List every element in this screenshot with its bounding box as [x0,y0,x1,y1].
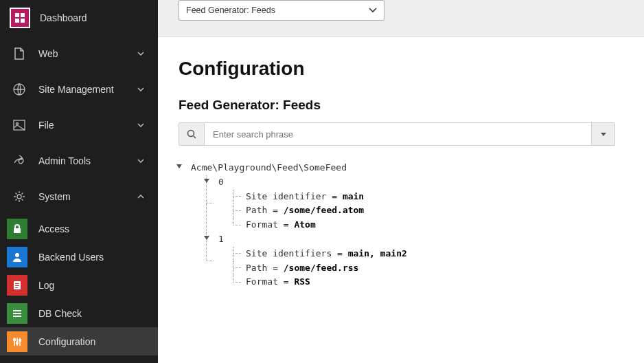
svg-rect-2 [15,19,19,23]
lock-icon [7,219,27,239]
svg-rect-15 [13,313,21,314]
sidebar-label: System [38,191,136,202]
tree-leaf: Path = /some/feed.atom [233,204,623,218]
globe-icon [12,82,26,96]
chevron-down-icon [136,87,146,91]
svg-point-7 [21,158,22,160]
sidebar-sub-label: Configuration [38,336,158,347]
svg-rect-13 [15,287,18,288]
sidebar-label: Web [38,48,136,59]
svg-rect-3 [21,19,25,23]
svg-point-8 [17,195,21,199]
page-title: Configuration [179,58,623,80]
svg-point-9 [15,253,19,257]
user-icon [7,247,27,267]
svg-point-17 [14,338,16,340]
tree-root[interactable]: Acme\Playground\Feed\SomeFeed 0 Site ide… [179,161,623,289]
rocket-icon [12,154,26,168]
svg-rect-12 [15,285,19,286]
config-tree: Acme\Playground\Feed\SomeFeed 0 Site ide… [179,161,623,289]
caret-down-icon [601,133,606,136]
sidebar-sub-access[interactable]: Access [0,214,158,243]
svg-point-20 [188,131,194,137]
search-bar [179,122,615,146]
svg-point-6 [16,123,19,125]
sidebar-sub-log[interactable]: Log [0,271,158,299]
tree-index: 1 [218,234,224,244]
gear-icon [12,190,26,204]
sidebar-label: Site Management [38,84,136,95]
sidebar-item-file[interactable]: File [0,107,158,143]
chevron-down-icon [136,159,146,163]
search-icon [187,129,196,139]
tree-leaf: Site identifier = main [233,190,623,204]
tree-root-label: Acme\Playground\Feed\SomeFeed [191,162,347,173]
sidebar-label: Admin Tools [38,155,136,166]
tree-toggle-icon[interactable] [176,164,182,168]
search-options-button[interactable] [592,122,615,146]
config-selector[interactable]: Feed Generator: Feeds [179,0,384,21]
search-input[interactable] [205,122,592,146]
file-icon [12,47,26,60]
svg-rect-0 [15,13,19,17]
tree-index: 0 [218,177,224,187]
sidebar-item-site-management[interactable]: Site Management [0,72,158,107]
svg-rect-11 [15,283,19,284]
sidebar-sub-label: Access [38,223,158,234]
page-subtitle: Feed Generator: Feeds [179,98,623,113]
svg-point-18 [16,342,19,344]
sidebar-sub-db-check[interactable]: DB Check [0,299,158,327]
sidebar-item-dashboard[interactable]: Dashboard [0,0,158,36]
sidebar-sub-label: Backend Users [38,252,158,263]
tree-toggle-icon[interactable] [204,236,209,240]
chevron-up-icon [136,195,146,199]
tree-leaf: Path = /some/feed.rss [233,261,623,276]
topbar: Feed Generator: Feeds [158,0,644,37]
svg-rect-14 [13,310,21,311]
tree-leaf: Site identifiers = main, main2 [233,247,623,261]
selector-label: Feed Generator: Feeds [186,6,275,15]
tree-node[interactable]: 1 Site identifiers = main, main2 Path = … [206,232,623,289]
tree-leaf: Format = RSS [233,275,623,289]
sidebar-sub-backend-users[interactable]: Backend Users [0,243,158,271]
chevron-down-icon [369,8,377,13]
sliders-icon [7,331,27,352]
main: Feed Generator: Feeds Configuration Feed… [158,0,644,363]
tree-node[interactable]: 0 Site identifier = main Path = /some/fe… [206,175,623,232]
log-icon [7,275,27,296]
chevron-down-icon [136,52,146,56]
sidebar-sub-label: Log [38,280,158,291]
content: Configuration Feed Generator: Feeds Acme… [158,37,644,310]
tree-leaf: Format = Atom [233,218,623,232]
search-button[interactable] [179,122,205,146]
sidebar-sub-configuration[interactable]: Configuration [0,327,158,355]
sidebar-label: Dashboard [40,12,146,23]
svg-rect-1 [21,13,25,17]
sidebar: Dashboard Web Site Management File Ad [0,0,158,363]
dashboard-icon [10,8,30,28]
svg-point-19 [19,339,21,341]
sidebar-sub-label: DB Check [38,308,158,319]
chevron-down-icon [136,123,146,127]
image-icon [12,118,26,132]
svg-rect-16 [13,316,21,317]
list-icon [7,303,27,324]
sidebar-item-system[interactable]: System [0,179,158,214]
sidebar-label: File [38,120,136,131]
sidebar-item-web[interactable]: Web [0,36,158,72]
tree-toggle-icon[interactable] [204,179,209,183]
sidebar-item-admin-tools[interactable]: Admin Tools [0,143,158,179]
